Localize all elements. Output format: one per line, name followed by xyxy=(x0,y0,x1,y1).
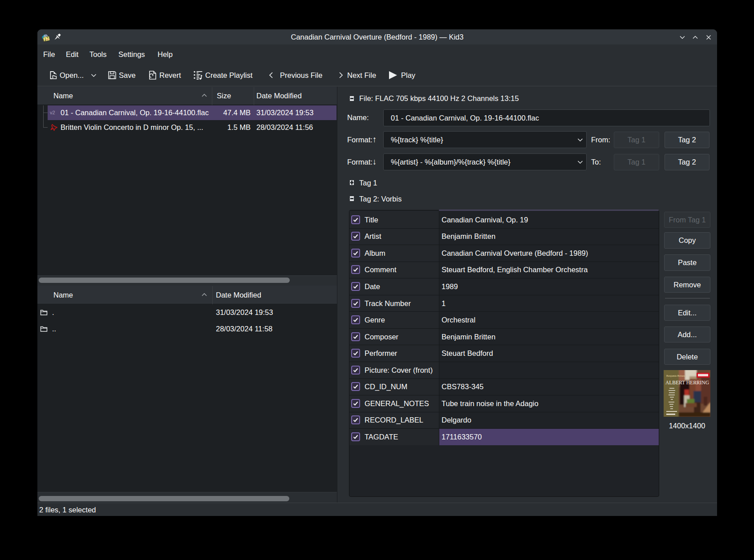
svg-text:ALBERT HERRING: ALBERT HERRING xyxy=(665,379,709,386)
svg-text:Benjamin Britten: Benjamin Britten xyxy=(666,375,685,377)
